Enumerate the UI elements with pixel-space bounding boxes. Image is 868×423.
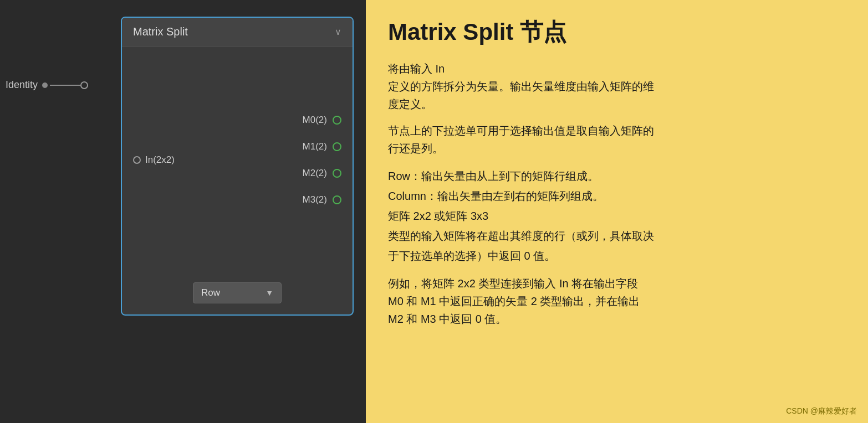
doc-column-line: Column：输出矢量由左到右的矩阵列组成。 bbox=[388, 190, 604, 202]
connection-line bbox=[50, 85, 80, 86]
output-port-label-3: M3(2) bbox=[303, 194, 327, 205]
output-port-label-2: M2(2) bbox=[303, 168, 327, 179]
doc-paragraph-4: 例如，将矩阵 2x2 类型连接到输入 In 将在输出字段 M0 和 M1 中返回… bbox=[388, 275, 846, 328]
node-body: In(2x2) M0(2) M1(2) M2(2) M3(2) bbox=[122, 47, 353, 274]
output-port-row-2: M2(2) bbox=[303, 168, 341, 179]
output-ports: M0(2) M1(2) M2(2) M3(2) bbox=[303, 52, 353, 268]
input-port-connector[interactable] bbox=[133, 156, 141, 164]
output-port-connector-3[interactable] bbox=[333, 195, 341, 204]
dropdown-arrow-icon: ▼ bbox=[265, 288, 273, 297]
output-port-connector-2[interactable] bbox=[333, 169, 341, 178]
output-port-label-0: M0(2) bbox=[303, 115, 327, 126]
doc-paragraph-1: 将由输入 In 定义的方阵拆分为矢量。输出矢量维度由输入矩阵的维 度定义。 bbox=[388, 60, 846, 113]
output-port-label-1: M1(2) bbox=[303, 141, 327, 152]
output-port-row-0: M0(2) bbox=[303, 115, 341, 126]
row-column-dropdown[interactable]: Row ▼ bbox=[193, 282, 282, 303]
input-port-connector-external bbox=[80, 81, 88, 89]
doc-title: Matrix Split 节点 bbox=[388, 17, 846, 48]
doc-matrix-size-line: 矩阵 2x2 或矩阵 3x3 bbox=[388, 210, 488, 222]
node-header: Matrix Split ∨ bbox=[122, 18, 353, 47]
output-port-row-1: M1(2) bbox=[303, 141, 341, 152]
node-chevron-icon[interactable]: ∨ bbox=[335, 27, 341, 37]
output-port-connector-0[interactable] bbox=[333, 116, 341, 125]
left-panel: Identity Matrix Split ∨ In(2x2) M0(2) bbox=[0, 0, 366, 423]
doc-paragraph-3: Row：输出矢量由从上到下的矩阵行组成。 Column：输出矢量由左到右的矩阵列… bbox=[388, 166, 846, 266]
right-panel: Matrix Split 节点 将由输入 In 定义的方阵拆分为矢量。输出矢量维… bbox=[366, 0, 868, 423]
doc-row-line: Row：输出矢量由从上到下的矩阵行组成。 bbox=[388, 170, 599, 182]
node-title: Matrix Split bbox=[133, 25, 188, 38]
dropdown-value: Row bbox=[201, 287, 220, 298]
input-ports: In(2x2) bbox=[122, 52, 180, 268]
identity-node: Identity bbox=[6, 79, 88, 91]
input-port-row: In(2x2) bbox=[133, 154, 175, 166]
watermark: CSDN @麻辣爱好者 bbox=[786, 406, 857, 416]
node-footer: Row ▼ bbox=[122, 274, 353, 314]
doc-return-zero-line: 类型的输入矩阵将在超出其维度的行（或列，具体取决于下拉选单的选择）中返回 0 值… bbox=[388, 230, 654, 262]
matrix-split-node: Matrix Split ∨ In(2x2) M0(2) M1(2) bbox=[121, 17, 354, 316]
doc-paragraph-2: 节点上的下拉选单可用于选择输出值是取自输入矩阵的 行还是列。 bbox=[388, 122, 846, 157]
output-port-connector-1[interactable] bbox=[333, 142, 341, 151]
identity-dot bbox=[42, 82, 48, 88]
input-port-label: In(2x2) bbox=[145, 154, 175, 166]
identity-label: Identity bbox=[6, 79, 38, 91]
output-port-row-3: M3(2) bbox=[303, 194, 341, 205]
